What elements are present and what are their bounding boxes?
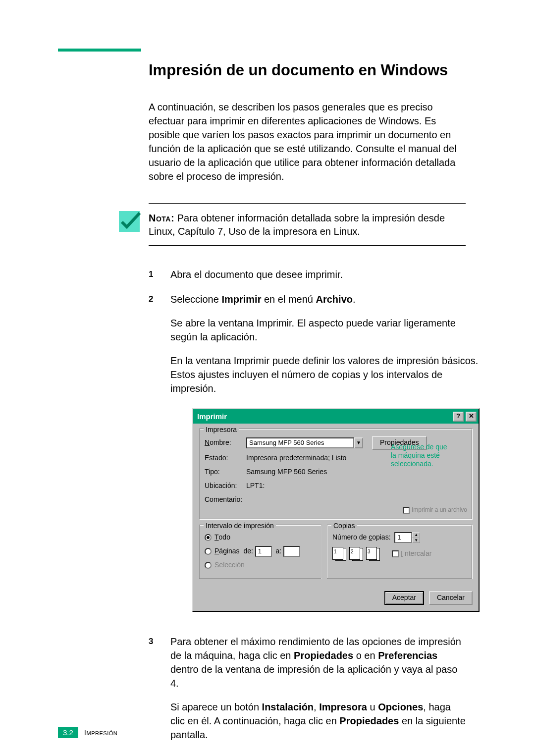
step-1: 1 Abra el documento que desee imprimir. [149,268,466,281]
print-dialog: Imprimir ? ✕ Impresora Nombre: [192,408,480,612]
note-text: Nota: Para obtener información detallada… [149,204,466,245]
intro-paragraph: A continuación, se describen los pasos g… [149,100,466,183]
collate-pages-icon: 3 3 [366,547,380,561]
copies-group: Copias Número de copias: 1 ▲ ▼ [327,525,473,579]
step-number: 3 [149,635,170,752]
t-bold: Imprimir [221,294,261,305]
collate-checkbox: Intercalar [392,549,431,559]
step-3: 3 Para obtener el máximo rendimiento de … [149,635,466,752]
lbl-copies: Número de copias: [332,533,391,542]
collate-pages-icon: 2 2 [349,547,363,561]
val-state: Impresora predeterminada; Listo [246,453,346,463]
step-number: 1 [149,268,170,281]
dialog-titlebar: Imprimir ? ✕ [193,409,479,424]
print-to-file-checkbox[interactable]: Imprimir a un archivo [403,506,467,514]
note-label: Nota: [149,213,174,223]
from-input[interactable]: 1 [255,546,272,557]
checkbox-icon [403,507,410,514]
t: Seleccione [170,294,221,305]
page-content: Impresión de un documento en Windows A c… [149,61,466,756]
accept-button[interactable]: Aceptar [384,591,424,605]
radio-all[interactable]: TTodoodo [205,532,317,543]
collate-pages-icon: 1 1 [332,547,346,561]
printer-name-select[interactable]: Samsung MFP 560 Series [246,437,354,448]
spin-down-icon[interactable]: ▼ [412,538,420,543]
t: . [353,294,356,305]
radio-icon [205,562,212,569]
help-button[interactable]: ? [453,412,464,422]
step-text: Abra el documento que desee imprimir. [170,268,466,281]
radio-pages[interactable]: Páginas de: 1 a: [205,546,317,557]
page-section: Impresión [84,728,117,737]
step2-p2: En la ventana Imprimir puede definir los… [170,354,480,395]
spin-up-icon[interactable]: ▲ [412,532,420,538]
val-loc: LPT1: [246,481,265,491]
note-block: Nota: Para obtener información detallada… [149,203,466,246]
lbl-loc: Ubicación: [205,481,246,491]
note-body-text: Para obtener información detallada sobre… [149,213,445,237]
checkmark-icon [118,210,141,233]
step-number: 2 [149,292,170,617]
dialog-title-text: Imprimir [197,411,227,422]
lbl-state: Estado: [205,453,246,463]
checkbox-icon [392,550,399,557]
step-text: Para obtener el máximo rendimiento de la… [170,635,466,752]
lbl-name-rest: ombre: [210,438,231,446]
lbl-comment: Comentario: [205,495,246,505]
lbl-type: Tipo: [205,467,246,477]
t-bold: Archivo [316,294,353,305]
t: en el menú [261,294,316,305]
copies-input[interactable]: 1 [394,532,412,543]
print-dialog-screenshot: Imprimir ? ✕ Impresora Nombre: [192,408,480,612]
dropdown-arrow-icon[interactable]: ▼ [354,437,363,448]
range-group: Intervalo de impresión TTodoodo Páginas [199,525,322,579]
steps-list: 1 Abra el documento que desee imprimir. … [149,268,466,752]
accent-rule [58,49,141,52]
radio-selection: Selección [205,560,317,571]
note-rule-bottom [149,245,466,246]
page-number: 3.2 [58,727,78,738]
group-legend-copies: Copias [331,521,357,531]
step-text: Seleccione Imprimir en el menú Archivo. … [170,292,480,617]
svg-rect-0 [119,211,140,232]
to-input[interactable] [283,546,300,557]
val-type: Samsung MFP 560 Series [246,467,327,477]
dialog-footer: Aceptar Cancelar [199,584,473,605]
group-legend-range: Intervalo de impresión [204,521,276,531]
page-footer: 3.2 Impresión [58,727,117,738]
close-button[interactable]: ✕ [466,412,477,422]
step-2: 2 Seleccione Imprimir en el menú Archivo… [149,292,466,617]
step2-p1: Se abre la ventana Imprimir. El aspecto … [170,316,480,344]
dialog-body: Impresora Nombre: Samsung MFP 560 Series… [193,424,479,611]
group-legend-printer: Impresora [204,425,239,435]
radio-icon [205,548,212,555]
page-title: Impresión de un documento en Windows [149,61,466,79]
callout-text: Asegúrese de que la máquina esté selecci… [391,443,470,468]
radio-icon [205,534,212,541]
cancel-button[interactable]: Cancelar [429,591,473,605]
printer-group: Impresora Nombre: Samsung MFP 560 Series… [199,429,473,520]
